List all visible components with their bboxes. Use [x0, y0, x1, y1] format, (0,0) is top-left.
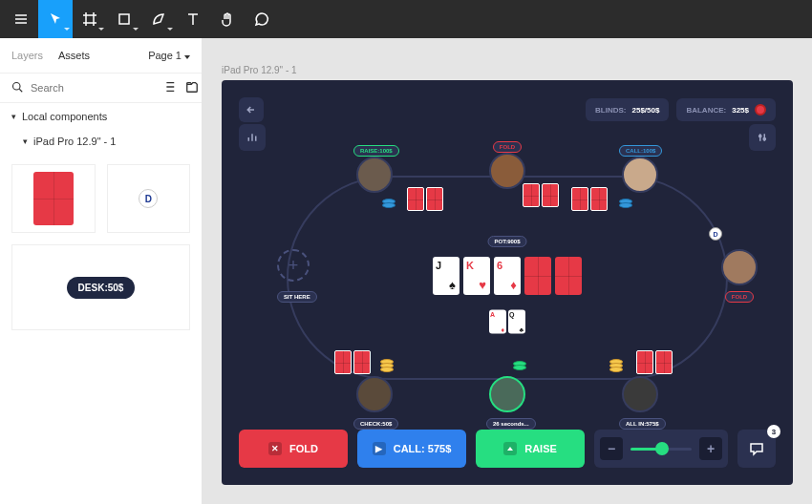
sidebar: Layers Assets Page 1 Local components iP… [0, 38, 203, 504]
svg-point-1 [13, 83, 21, 91]
chevron-down-icon [184, 50, 190, 61]
comment-tool[interactable] [245, 0, 279, 38]
list-view-icon[interactable] [162, 80, 176, 95]
sit-here-seat[interactable]: + SIT HERE [277, 249, 317, 303]
asset-desk-pill[interactable]: DESK:50$ [11, 244, 190, 330]
asset-deck[interactable] [11, 164, 96, 233]
hand-tool[interactable] [210, 0, 245, 38]
call-button[interactable]: ▶CALL: 575$ [357, 430, 466, 468]
rectangle-tool[interactable] [107, 0, 141, 38]
local-components-section[interactable]: Local components [0, 103, 202, 130]
slider-track[interactable] [630, 448, 692, 451]
settings-button[interactable] [749, 124, 776, 151]
community-cards: J♠ K♥ 6♦ [433, 257, 582, 295]
tab-assets[interactable]: Assets [58, 50, 90, 61]
seat-bottom-mid[interactable]: 26 seconds... [486, 376, 528, 430]
fold-button[interactable]: ✕FOLD [239, 430, 348, 468]
pot-label: POT:900$ [487, 236, 526, 247]
frame-tree-item[interactable]: iPad Pro 12.9" - 1 [0, 130, 202, 153]
slider-thumb[interactable] [655, 442, 669, 455]
page-selector[interactable]: Page 1 [148, 50, 190, 61]
chat-button[interactable]: 3 [737, 430, 776, 468]
move-tool[interactable] [38, 0, 73, 38]
chat-badge: 3 [767, 425, 780, 438]
action-bar: ✕FOLD ▶CALL: 575$ RAISE − + 3 [239, 430, 776, 468]
arrow-right-icon: ▶ [373, 442, 386, 455]
search-icon [11, 81, 23, 94]
seat-top-mid[interactable]: FOLD [486, 136, 528, 189]
figma-toolbar [0, 0, 812, 38]
chip-icon [755, 104, 766, 116]
svg-rect-0 [119, 14, 129, 24]
decrease-bet[interactable]: − [600, 437, 623, 460]
stats-button[interactable] [239, 124, 266, 151]
asset-dealer-chip[interactable]: D [107, 164, 191, 233]
back-button[interactable] [239, 97, 264, 122]
seat-bottom-right[interactable]: ALL IN:575$ [619, 376, 661, 430]
chevron-up-icon [503, 442, 517, 455]
text-tool[interactable] [176, 0, 210, 38]
poker-frame[interactable]: BLINDS:25$/50$ BALANCE:325$ POT:900$ J♠ … [222, 80, 793, 485]
search-input[interactable] [31, 82, 162, 94]
seat-top-right[interactable]: CALL:100$ [619, 139, 661, 193]
balance-display: BALANCE:325$ [676, 98, 776, 121]
frame-tool[interactable] [73, 0, 107, 38]
dealer-chip: D [709, 227, 722, 241]
tab-layers[interactable]: Layers [11, 50, 43, 61]
library-icon[interactable] [185, 80, 199, 95]
seat-bottom-left[interactable]: CHECK:50$ [353, 376, 395, 430]
pen-tool[interactable] [141, 0, 176, 38]
close-icon: ✕ [268, 442, 282, 455]
plus-icon: + [277, 249, 310, 282]
frame-label[interactable]: iPad Pro 12.9" - 1 [222, 65, 297, 75]
seat-right[interactable]: FOLD [718, 249, 760, 303]
canvas: iPad Pro 12.9" - 1 BLINDS:25$/50$ BALANC… [203, 38, 812, 504]
seat-top-left[interactable]: RAISE:100$ [353, 139, 395, 193]
raise-button[interactable]: RAISE [476, 430, 585, 468]
bet-slider[interactable]: − + [594, 430, 728, 468]
blinds-display: BLINDS:25$/50$ [586, 98, 669, 121]
hole-cards: A♦ Q♣ [489, 310, 525, 334]
menu-tool[interactable] [4, 0, 38, 38]
increase-bet[interactable]: + [699, 437, 722, 460]
